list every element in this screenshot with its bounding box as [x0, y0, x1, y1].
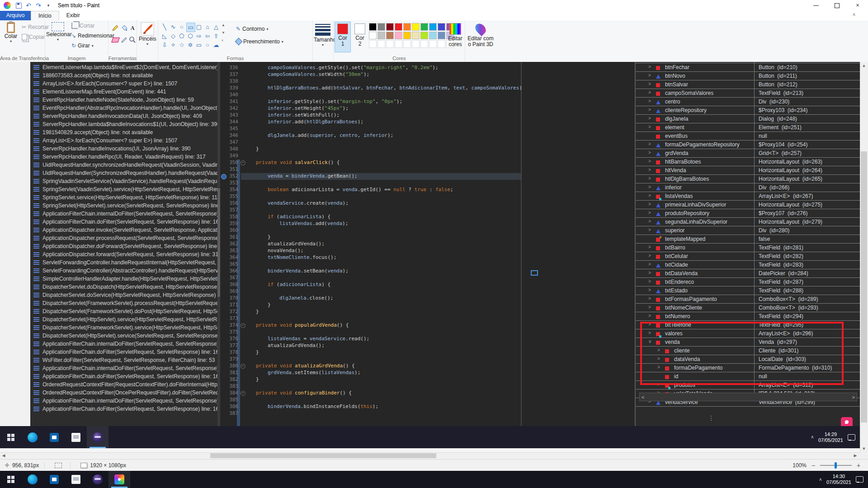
- palette-color-swatch[interactable]: [395, 32, 402, 39]
- shape-rectangle[interactable]: ▭: [186, 23, 195, 32]
- zoom-out-button[interactable]: −: [810, 462, 816, 469]
- close-button[interactable]: ×: [847, 0, 868, 11]
- title-bar[interactable]: ↶ ↷ ▾ Sem título - Paint — ×: [0, 0, 868, 11]
- rotate-button[interactable]: ↻ Girar ▾: [71, 42, 94, 49]
- taskbar-button-edge[interactable]: [22, 471, 43, 488]
- shape-star-6[interactable]: ✡: [186, 41, 194, 49]
- crop-button[interactable]: Cortar: [71, 23, 94, 29]
- palette-color-swatch[interactable]: [429, 32, 437, 39]
- shape-rounded-rectangle[interactable]: ▢: [195, 23, 203, 31]
- palette-empty-slot[interactable]: [386, 40, 394, 48]
- edit-colors-button[interactable]: Editar cores: [448, 22, 463, 47]
- palette-color-swatch[interactable]: [377, 23, 385, 31]
- palette-color-swatch[interactable]: [403, 23, 411, 31]
- taskbar-button-outlook[interactable]: [43, 471, 65, 488]
- palette-color-swatch[interactable]: [386, 32, 394, 39]
- shape-diamond[interactable]: ◇: [169, 32, 177, 40]
- select-button[interactable]: Selecionar ▾: [46, 22, 70, 42]
- palette-color-swatch[interactable]: [420, 32, 428, 39]
- shape-line[interactable]: ╲: [160, 23, 169, 31]
- outline-button[interactable]: ✎ Contorno ▾: [236, 26, 268, 32]
- paste-button[interactable]: Colar ▾: [2, 22, 20, 43]
- shape-arrow-left[interactable]: ⇦: [203, 32, 212, 40]
- tab-arquivo[interactable]: Arquivo: [0, 11, 31, 20]
- shape-arrow-down[interactable]: ⇩: [160, 41, 169, 49]
- palette-color-swatch[interactable]: [420, 23, 428, 31]
- palette-color-swatch[interactable]: [395, 23, 402, 31]
- palette-empty-slot[interactable]: [420, 40, 428, 48]
- tab-exibir[interactable]: Exibir: [59, 11, 87, 20]
- palette-empty-slot[interactable]: [438, 40, 445, 48]
- tray-chevron-icon[interactable]: ˄: [819, 477, 822, 482]
- palette-empty-slot[interactable]: [403, 40, 411, 48]
- shape-triangle[interactable]: △: [212, 23, 220, 31]
- taskbar-button-paint[interactable]: [108, 471, 130, 488]
- zoom-slider[interactable]: [820, 465, 852, 466]
- text-tool-button[interactable]: A: [127, 23, 137, 33]
- palette-color-swatch[interactable]: [377, 32, 385, 39]
- copy-button[interactable]: Copiar: [22, 34, 45, 40]
- palette-color-swatch[interactable]: [438, 32, 445, 39]
- taskbar-button-app[interactable]: [65, 471, 87, 488]
- palette-color-swatch[interactable]: [403, 32, 411, 39]
- shape-callout-cloud[interactable]: ☁: [212, 41, 220, 49]
- palette-color-swatch[interactable]: [386, 23, 394, 31]
- taskbar-button-start[interactable]: [0, 471, 22, 488]
- fill-button[interactable]: Preenchimento ▾: [236, 38, 283, 45]
- shape-curve[interactable]: ∿: [169, 23, 177, 31]
- shape-arrow-right[interactable]: ⇨: [195, 32, 203, 40]
- shape-callout-rect[interactable]: ▭: [195, 41, 203, 49]
- color2-button[interactable]: Cor 2: [352, 22, 368, 52]
- palette-empty-slot[interactable]: [412, 40, 420, 48]
- tab-inicio[interactable]: Início: [31, 11, 59, 20]
- maximize-button[interactable]: [826, 0, 847, 11]
- horizontal-scrollbar-thumb[interactable]: [210, 453, 436, 458]
- shape-hexagon[interactable]: ⬡: [186, 32, 194, 40]
- edit-with-paint3d-button[interactable]: Editar com o Paint 3D: [466, 22, 495, 47]
- redo-button[interactable]: ↷: [33, 1, 43, 10]
- palette-empty-slot[interactable]: [369, 40, 377, 48]
- minimize-button[interactable]: —: [806, 0, 826, 11]
- magnifier-tool-button[interactable]: [127, 35, 137, 45]
- color1-button[interactable]: Cor 1: [335, 22, 351, 52]
- zoom-slider-thumb[interactable]: [835, 462, 837, 469]
- shape-polygon[interactable]: ⌂: [203, 23, 212, 31]
- palette-empty-slot[interactable]: [377, 40, 385, 48]
- customize-quick-access-button[interactable]: ▾: [43, 1, 53, 10]
- brushes-button[interactable]: Pincéis ▾: [139, 22, 156, 46]
- pencil-tool-button[interactable]: [110, 23, 120, 33]
- palette-empty-slot[interactable]: [429, 40, 437, 48]
- shape-oval[interactable]: ○: [178, 23, 186, 31]
- paint-canvas[interactable]: ElementListenerMap.lambda$fireEvent$2(Do…: [0, 62, 860, 452]
- scroll-left-icon[interactable]: ◀: [0, 452, 7, 459]
- palette-color-swatch[interactable]: [438, 23, 445, 31]
- scroll-up-icon[interactable]: ▲: [860, 62, 868, 69]
- shape-star-4[interactable]: ✧: [169, 41, 177, 49]
- undo-button[interactable]: ↶: [24, 1, 33, 10]
- eraser-tool-button[interactable]: [110, 35, 120, 45]
- palette-color-swatch[interactable]: [369, 23, 377, 31]
- save-button[interactable]: [14, 1, 24, 10]
- collapse-ribbon-icon[interactable]: ˄: [853, 12, 855, 17]
- clock[interactable]: 14:30 07/05/2021: [826, 474, 851, 485]
- vertical-scrollbar-thumb[interactable]: [861, 151, 867, 422]
- shape-right-triangle[interactable]: ◺: [160, 32, 169, 40]
- shape-star-5[interactable]: ☆: [178, 41, 186, 49]
- shape-pentagon[interactable]: ⬠: [178, 32, 186, 40]
- resize-button[interactable]: ↘ Redimensionar: [71, 33, 114, 39]
- palette-color-swatch[interactable]: [412, 23, 420, 31]
- shape-callout-oval[interactable]: ○: [203, 41, 212, 49]
- palette-color-swatch[interactable]: [429, 23, 437, 31]
- size-button[interactable]: Tamanho ▾: [314, 22, 332, 47]
- shape-arrow-up[interactable]: ⇧: [212, 32, 220, 40]
- action-center-icon[interactable]: [856, 476, 863, 483]
- zoom-in-button[interactable]: +: [855, 462, 862, 469]
- scroll-right-icon[interactable]: ▶: [852, 452, 859, 459]
- token: inferior: [268, 119, 292, 125]
- palette-color-swatch[interactable]: [369, 32, 377, 39]
- taskbar-button-eclipse[interactable]: [87, 471, 108, 488]
- shapes-scroll[interactable]: ▲ ▼ ▿: [222, 23, 225, 42]
- scroll-down-icon[interactable]: ▼: [860, 445, 868, 452]
- palette-color-swatch[interactable]: [412, 32, 420, 39]
- palette-empty-slot[interactable]: [395, 40, 402, 48]
